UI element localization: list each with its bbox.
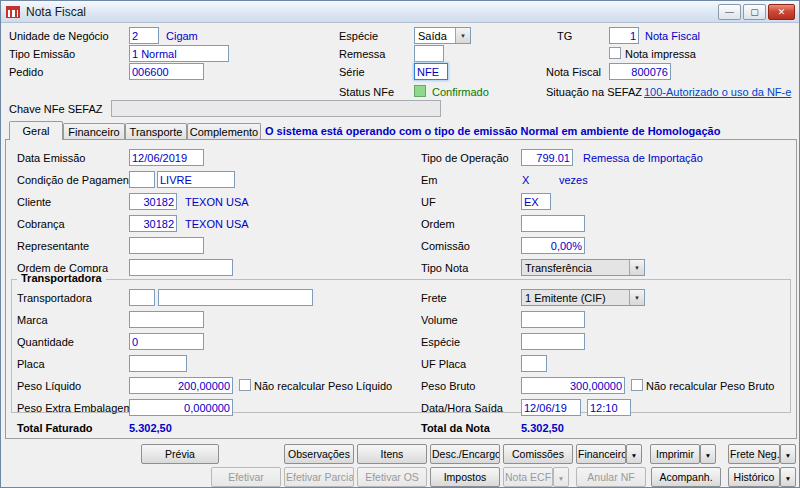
tab-financeiro[interactable]: Financeiro xyxy=(63,123,125,139)
comissoes-button[interactable]: Comissões xyxy=(503,444,573,464)
tipo-operacao-code-input[interactable] xyxy=(521,149,573,166)
tg-description: Nota Fiscal xyxy=(645,30,700,42)
anular-nf-button[interactable]: Anular NF xyxy=(576,467,646,487)
ordem-compra-input[interactable] xyxy=(129,259,233,276)
remessa-label: Remessa xyxy=(339,48,385,60)
cliente-code-input[interactable] xyxy=(129,193,177,210)
tab-geral[interactable]: Geral xyxy=(9,121,63,140)
minimize-icon: — xyxy=(725,7,734,17)
minimize-button[interactable]: — xyxy=(718,4,741,20)
condicao-pagamento-input[interactable] xyxy=(157,171,235,188)
historico-button[interactable]: Histórico xyxy=(728,467,780,487)
acompanh-button[interactable]: Acompanh. xyxy=(651,467,721,487)
frete-neg-button[interactable]: Frete Neg. xyxy=(728,444,780,464)
em-value: X xyxy=(522,174,529,186)
data-emissao-input[interactable] xyxy=(129,149,204,166)
transportadora-group-title: Transportadora xyxy=(17,272,106,284)
nao-recalcular-peso-bruto-checkbox[interactable] xyxy=(631,379,643,391)
em-vezes-text: vezes xyxy=(559,174,588,186)
data-saida-input[interactable] xyxy=(521,399,581,416)
cobranca-label: Cobrança xyxy=(17,218,65,230)
pedido-label: Pedido xyxy=(9,66,43,78)
frete-label: Frete xyxy=(421,292,447,304)
situacao-sefaz-label: Situação na SEFAZ xyxy=(546,86,642,98)
unidade-negocio-input[interactable] xyxy=(129,27,159,44)
desc-encargos-button[interactable]: Desc./Encargos xyxy=(430,444,500,464)
financeiro-dropdown-button[interactable]: ▼ xyxy=(626,444,642,464)
observacoes-button[interactable]: Observações xyxy=(284,444,354,464)
especie-transporte-input[interactable] xyxy=(521,333,585,350)
remessa-input[interactable] xyxy=(414,45,444,62)
ordem-input[interactable] xyxy=(521,215,585,232)
nota-ecf-dropdown-button[interactable]: ▼ xyxy=(553,467,569,487)
tab-transporte[interactable]: Transporte xyxy=(125,123,187,139)
efetivar-button[interactable]: Efetivar xyxy=(211,467,281,487)
transportadora-name-input[interactable] xyxy=(158,289,313,306)
chevron-down-icon: ▼ xyxy=(785,475,791,482)
representante-input[interactable] xyxy=(129,237,204,254)
volume-input[interactable] xyxy=(521,311,585,328)
condicao-pagamento-code-input[interactable] xyxy=(129,171,155,188)
tg-input[interactable] xyxy=(609,27,639,44)
peso-bruto-input[interactable] xyxy=(521,377,625,394)
especie-label: Espécie xyxy=(339,30,378,42)
cliente-label: Cliente xyxy=(17,196,51,208)
uf-placa-label: UF Placa xyxy=(421,358,466,370)
nao-recalcular-peso-liquido-checkbox[interactable] xyxy=(239,379,251,391)
efetivar-os-button[interactable]: Efetivar OS xyxy=(357,467,427,487)
close-button[interactable]: ✕ xyxy=(768,4,795,20)
previa-button[interactable]: Prévia xyxy=(141,444,219,464)
comissao-input[interactable] xyxy=(521,237,585,254)
itens-button[interactable]: Itens xyxy=(357,444,427,464)
imprimir-dropdown-button[interactable]: ▼ xyxy=(700,444,716,464)
marca-input[interactable] xyxy=(129,311,204,328)
tipo-emissao-label: Tipo Emissão xyxy=(9,48,75,60)
nota-fiscal-window: Nota Fiscal — ▢ ✕ Unidade de Negócio Cig… xyxy=(0,0,800,488)
chevron-down-icon: ▼ xyxy=(634,295,640,301)
pedido-input[interactable] xyxy=(129,63,204,80)
frete-select[interactable]: 1 Emitente (CIF) ▼ xyxy=(521,289,645,306)
especie-select[interactable]: Saída ▼ xyxy=(414,27,471,44)
window-title: Nota Fiscal xyxy=(26,5,86,19)
tipo-emissao-input[interactable] xyxy=(129,45,229,62)
em-label: Em xyxy=(421,174,438,186)
nao-recalcular-peso-liquido-label: Não recalcular Peso Líquido xyxy=(254,380,392,392)
transportadora-code-input[interactable] xyxy=(129,289,155,306)
tipo-operacao-label: Tipo de Operação xyxy=(421,152,509,164)
tipo-nota-select[interactable]: Transferência ▼ xyxy=(521,259,645,276)
impostos-button[interactable]: Impostos xyxy=(430,467,500,487)
efetivar-parcial-button[interactable]: Efetivar Parcial xyxy=(284,467,354,487)
uf-placa-input[interactable] xyxy=(521,355,547,372)
financeiro-button[interactable]: Financeiro xyxy=(576,444,626,464)
placa-input[interactable] xyxy=(129,355,187,372)
emission-mode-message: O sistema está operando com o tipo de em… xyxy=(265,125,720,137)
historico-dropdown-button[interactable]: ▼ xyxy=(780,467,796,487)
serie-label: Série xyxy=(339,66,365,78)
maximize-button[interactable]: ▢ xyxy=(743,4,766,20)
cobranca-name: TEXON USA xyxy=(185,218,249,230)
frete-neg-dropdown-button[interactable]: ▼ xyxy=(780,444,796,464)
transportadora-label: Transportadora xyxy=(17,292,92,304)
unidade-negocio-description: Cigam xyxy=(166,30,198,42)
uf-input[interactable] xyxy=(521,193,551,210)
situacao-sefaz-link[interactable]: 100-Autorizado o uso da NF-e xyxy=(644,86,791,98)
data-emissao-label: Data Emissão xyxy=(17,152,85,164)
imprimir-button[interactable]: Imprimir xyxy=(650,444,700,464)
serie-input[interactable] xyxy=(414,63,448,80)
peso-liquido-input[interactable] xyxy=(129,377,233,394)
nota-fiscal-label: Nota Fiscal xyxy=(546,66,601,78)
chave-nfe-input xyxy=(111,100,441,117)
peso-liquido-label: Peso Líquido xyxy=(17,380,81,392)
peso-extra-input[interactable] xyxy=(129,399,233,416)
chave-nfe-label: Chave NFe SEFAZ xyxy=(9,103,103,115)
tab-complemento[interactable]: Complemento xyxy=(187,123,261,139)
nota-impressa-checkbox[interactable] xyxy=(609,47,621,59)
window-controls: — ▢ ✕ xyxy=(718,4,795,20)
hora-saida-input[interactable] xyxy=(587,399,631,416)
nota-fiscal-input[interactable] xyxy=(609,63,671,80)
data-hora-saida-label: Data/Hora Saída xyxy=(421,402,503,414)
quantidade-input[interactable] xyxy=(129,333,204,350)
cliente-name: TEXON USA xyxy=(185,196,249,208)
nota-ecf-button[interactable]: Nota ECF xyxy=(503,467,553,487)
cobranca-code-input[interactable] xyxy=(129,215,177,232)
